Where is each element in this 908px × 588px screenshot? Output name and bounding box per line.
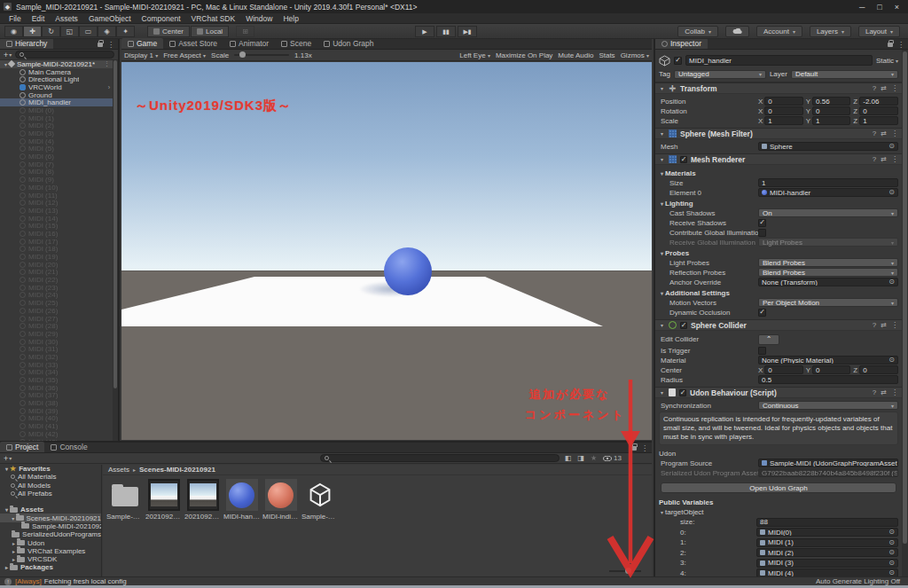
variable-object-field[interactable]: MIDI (2)⊙ xyxy=(756,548,898,557)
gameobject-name-field[interactable]: MIDI_handler xyxy=(685,55,873,66)
mute-audio-toggle[interactable]: Mute Audio xyxy=(558,51,593,59)
menu-item[interactable]: Assets xyxy=(50,14,83,23)
hierarchy-item-midi[interactable]: MIDI (31) xyxy=(0,345,113,353)
contribute-gi-checkbox[interactable] xyxy=(758,229,766,237)
scale-tool-icon[interactable]: ◱ xyxy=(60,26,79,37)
breadcrumb-root[interactable]: Assets xyxy=(108,466,129,474)
center-y-field[interactable]: 0 xyxy=(812,365,850,374)
lock-icon[interactable] xyxy=(98,43,103,47)
position-z-field[interactable]: -2.06 xyxy=(859,97,898,106)
materials-foldout[interactable]: Materials xyxy=(665,169,696,177)
hierarchy-item-midi[interactable]: MIDI (8) xyxy=(0,169,113,176)
rotation-x-field[interactable]: 0 xyxy=(764,106,802,115)
project-tree-item[interactable]: ▸VRCSDK xyxy=(0,555,101,563)
inspector-scrollbar[interactable] xyxy=(902,50,908,576)
minimize-button[interactable]: ─ xyxy=(859,3,865,12)
menu-item[interactable]: Edit xyxy=(27,14,51,23)
hierarchy-item-midi[interactable]: MIDI (22) xyxy=(0,276,113,284)
help-icon[interactable]: ? xyxy=(873,84,876,92)
view-tab[interactable]: Asset Store xyxy=(163,38,223,49)
object-picker-icon[interactable]: ⊙ xyxy=(888,189,895,196)
hierarchy-item-midi[interactable]: MIDI (29) xyxy=(0,330,113,338)
motion-vectors-dropdown[interactable]: Per Object Motion▾ xyxy=(758,298,898,307)
rotation-z-field[interactable]: 0 xyxy=(859,106,898,115)
lock-icon[interactable] xyxy=(888,43,893,47)
auto-generate-lighting-toggle[interactable]: Auto Generate Lighting Off xyxy=(816,577,904,585)
favorites-item[interactable]: All Materials xyxy=(0,473,101,481)
hierarchy-item-midi[interactable]: MIDI (5) xyxy=(0,145,113,153)
anchor-override-field[interactable]: None (Transform)⊙ xyxy=(758,278,898,286)
hierarchy-item-midi[interactable]: MIDI (25) xyxy=(0,299,113,307)
center-x-field[interactable]: 0 xyxy=(764,365,802,374)
console-message-icon[interactable]: ! xyxy=(4,578,12,585)
menu-item[interactable]: File xyxy=(4,14,27,23)
hierarchy-item-midi[interactable]: MIDI (23) xyxy=(0,284,113,292)
component-menu-icon[interactable]: ⋮ xyxy=(891,84,898,92)
tab-project[interactable]: Project xyxy=(0,442,44,452)
hierarchy-item[interactable]: MIDI_handler xyxy=(0,98,113,106)
menu-item[interactable]: Help xyxy=(278,14,303,23)
variable-object-field[interactable]: MIDI(0)⊙ xyxy=(756,528,898,537)
hierarchy-item-midi[interactable]: MIDI (4) xyxy=(0,137,113,145)
hierarchy-search-input[interactable] xyxy=(15,51,114,59)
layers-dropdown[interactable]: Layers▾ xyxy=(810,26,851,37)
rect-tool-icon[interactable]: ▭ xyxy=(79,26,98,37)
hierarchy-item-midi[interactable]: MIDI (28) xyxy=(0,322,113,330)
rotation-y-field[interactable]: 0 xyxy=(812,106,850,115)
hierarchy-item-midi[interactable]: MIDI (32) xyxy=(0,353,113,361)
hierarchy-item-midi[interactable]: MIDI (9) xyxy=(0,176,113,184)
favorites-item[interactable]: All Models xyxy=(0,482,101,490)
component-enabled-checkbox[interactable]: ✓ xyxy=(680,156,687,163)
thumbnail-size-handle[interactable] xyxy=(625,568,631,574)
scale-slider[interactable] xyxy=(234,54,289,56)
status-log-text[interactable]: Fetching fresh local config xyxy=(44,577,127,585)
aspect-dropdown[interactable]: Free Aspect ▾ xyxy=(163,51,206,59)
component-menu-icon[interactable]: ⋮ xyxy=(891,321,898,329)
hierarchy-item-midi[interactable]: MIDI (36) xyxy=(0,384,113,392)
pause-button[interactable]: ▮▮ xyxy=(436,26,456,37)
receive-shadows-checkbox[interactable]: ✓ xyxy=(758,219,766,227)
presets-icon[interactable]: ⇄ xyxy=(881,388,887,396)
hierarchy-item-midi[interactable]: MIDI (0) xyxy=(0,106,113,114)
scale-x-field[interactable]: 1 xyxy=(764,116,802,125)
menu-item[interactable]: VRChat SDK xyxy=(186,14,241,23)
scene-row[interactable]: ▾ Sample-MIDI-20210921* ⋮ xyxy=(0,60,113,68)
asset-tile[interactable]: MIDI-hand... xyxy=(223,479,260,521)
tab-inspector[interactable]: Inspector xyxy=(655,39,708,49)
component-menu-icon[interactable]: ⋮ xyxy=(891,155,898,163)
component-enabled-checkbox[interactable]: ✓ xyxy=(680,322,687,329)
position-y-field[interactable]: 0.56 xyxy=(812,97,850,106)
hidden-packages-toggle[interactable]: 13 xyxy=(603,454,622,462)
favorites-root[interactable]: ▾★Favorites xyxy=(0,465,101,473)
layout-dropdown[interactable]: Layout▾ xyxy=(858,26,900,37)
gizmos-dropdown[interactable]: Gizmos ▾ xyxy=(621,51,649,59)
variable-object-field[interactable]: MIDI (4)⊙ xyxy=(756,568,898,576)
presets-icon[interactable]: ⇄ xyxy=(881,129,887,137)
cloud-button[interactable] xyxy=(725,26,749,37)
status-log-tag[interactable]: [Always] xyxy=(15,577,42,585)
reflection-probes-dropdown[interactable]: Blend Probes▾ xyxy=(758,268,898,277)
pivot-local-button[interactable]: Local xyxy=(191,26,229,37)
help-icon[interactable]: ? xyxy=(873,321,876,329)
scale-y-field[interactable]: 1 xyxy=(812,116,850,125)
hierarchy-item[interactable]: VRCWorld › xyxy=(0,83,113,91)
object-picker-icon[interactable]: ⊙ xyxy=(888,143,895,150)
project-tree-item[interactable]: ▸VRChat Examples xyxy=(0,547,101,555)
tab-console[interactable]: Console xyxy=(44,442,93,452)
udon-behaviour-header[interactable]: ▾✓Udon Behaviour (Script) ?⇄⋮ xyxy=(655,387,902,398)
pivot-center-button[interactable]: Center xyxy=(147,26,190,37)
dynamic-occlusion-checkbox[interactable]: ✓ xyxy=(758,309,766,317)
object-picker-icon[interactable]: ⊙ xyxy=(888,539,895,546)
view-tab[interactable]: Scene xyxy=(275,38,317,49)
scale-slider-handle[interactable] xyxy=(239,51,246,58)
hierarchy-item-midi[interactable]: MIDI (12) xyxy=(0,199,113,207)
help-icon[interactable]: ? xyxy=(873,388,876,396)
sphere-collider-header[interactable]: ▾✓Sphere Collider ?⇄⋮ xyxy=(655,319,902,331)
step-button[interactable]: ▶▮ xyxy=(458,26,477,37)
presets-icon[interactable]: ⇄ xyxy=(881,321,887,329)
program-source-field[interactable]: Sample-MIDI (UdonGraphProgramAsset)⊙ xyxy=(758,459,898,467)
presets-icon[interactable]: ⇄ xyxy=(881,84,887,92)
custom-tool-icon[interactable]: ✦ xyxy=(116,26,135,37)
mesh-renderer-header[interactable]: ▾✓Mesh Renderer ?⇄⋮ xyxy=(655,153,902,165)
hierarchy-scrollbar[interactable] xyxy=(113,60,118,441)
